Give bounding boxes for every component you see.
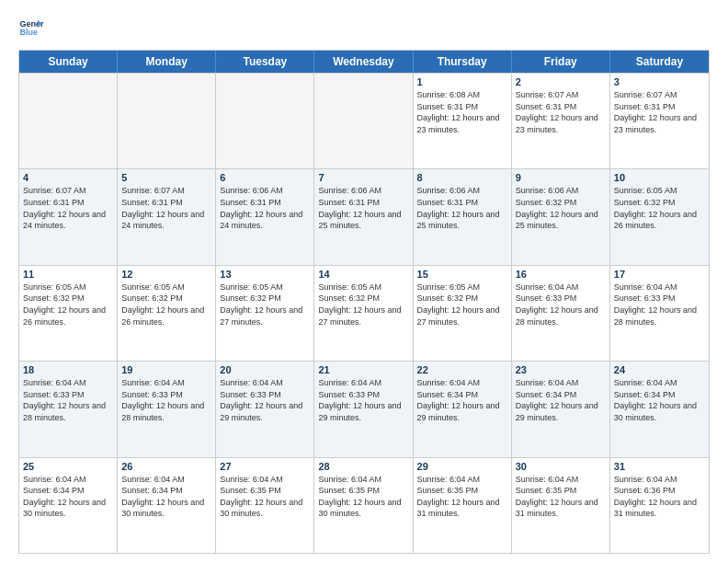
header-day-sunday: Sunday [19, 51, 118, 73]
calendar-week-4: 18Sunrise: 6:04 AMSunset: 6:33 PMDayligh… [19, 361, 709, 456]
day-info: Sunrise: 6:05 AMSunset: 6:32 PMDaylight:… [614, 185, 705, 231]
day-info: Sunrise: 6:06 AMSunset: 6:31 PMDaylight:… [318, 185, 408, 231]
calendar-body: 1Sunrise: 6:08 AMSunset: 6:31 PMDaylight… [19, 73, 709, 553]
day-info: Sunrise: 6:08 AMSunset: 6:31 PMDaylight:… [417, 89, 507, 135]
day-info: Sunrise: 6:04 AMSunset: 6:34 PMDaylight:… [121, 474, 211, 520]
day-info: Sunrise: 6:05 AMSunset: 6:32 PMDaylight:… [121, 282, 211, 327]
day-number: 13 [220, 269, 310, 280]
calendar-cell: 6Sunrise: 6:06 AMSunset: 6:31 PMDaylight… [216, 169, 314, 264]
calendar-cell: 9Sunrise: 6:06 AMSunset: 6:32 PMDaylight… [512, 169, 610, 264]
calendar-cell: 24Sunrise: 6:04 AMSunset: 6:34 PMDayligh… [610, 362, 709, 456]
calendar-cell: 14Sunrise: 6:05 AMSunset: 6:32 PMDayligh… [314, 266, 413, 361]
calendar-cell: 10Sunrise: 6:05 AMSunset: 6:32 PMDayligh… [610, 169, 709, 264]
calendar-cell: 18Sunrise: 6:04 AMSunset: 6:33 PMDayligh… [19, 362, 118, 456]
calendar-header: SundayMondayTuesdayWednesdayThursdayFrid… [19, 51, 709, 73]
calendar-cell: 1Sunrise: 6:08 AMSunset: 6:31 PMDaylight… [414, 74, 512, 168]
calendar-cell: 16Sunrise: 6:04 AMSunset: 6:33 PMDayligh… [512, 266, 610, 361]
day-number: 7 [318, 172, 408, 183]
calendar-cell [314, 74, 413, 168]
day-info: Sunrise: 6:05 AMSunset: 6:32 PMDaylight:… [417, 282, 507, 327]
svg-text:Blue: Blue [19, 28, 38, 37]
day-number: 6 [220, 172, 310, 183]
calendar-cell: 30Sunrise: 6:04 AMSunset: 6:35 PMDayligh… [512, 458, 610, 553]
day-info: Sunrise: 6:07 AMSunset: 6:31 PMDaylight:… [121, 185, 211, 231]
day-info: Sunrise: 6:07 AMSunset: 6:31 PMDaylight:… [614, 89, 705, 135]
calendar-week-2: 4Sunrise: 6:07 AMSunset: 6:31 PMDaylight… [19, 168, 709, 264]
day-number: 10 [614, 172, 705, 183]
calendar-cell: 31Sunrise: 6:04 AMSunset: 6:36 PMDayligh… [610, 458, 709, 553]
day-info: Sunrise: 6:05 AMSunset: 6:32 PMDaylight:… [318, 282, 408, 327]
day-number: 30 [516, 461, 606, 472]
header-day-friday: Friday [512, 51, 610, 73]
calendar-cell: 15Sunrise: 6:05 AMSunset: 6:32 PMDayligh… [414, 266, 512, 361]
calendar-cell: 22Sunrise: 6:04 AMSunset: 6:34 PMDayligh… [414, 362, 512, 456]
day-number: 28 [318, 461, 408, 472]
calendar-cell: 23Sunrise: 6:04 AMSunset: 6:34 PMDayligh… [512, 362, 610, 456]
calendar-cell: 11Sunrise: 6:05 AMSunset: 6:32 PMDayligh… [19, 266, 118, 361]
calendar-week-3: 11Sunrise: 6:05 AMSunset: 6:32 PMDayligh… [19, 265, 709, 361]
day-info: Sunrise: 6:06 AMSunset: 6:31 PMDaylight:… [220, 185, 310, 231]
calendar-cell: 7Sunrise: 6:06 AMSunset: 6:31 PMDaylight… [314, 169, 413, 264]
day-number: 15 [417, 269, 507, 280]
day-number: 12 [121, 269, 211, 280]
day-number: 2 [516, 76, 606, 87]
day-number: 16 [516, 269, 606, 280]
header-day-wednesday: Wednesday [314, 51, 413, 73]
day-number: 8 [417, 172, 507, 183]
day-number: 1 [417, 76, 507, 87]
calendar-week-1: 1Sunrise: 6:08 AMSunset: 6:31 PMDaylight… [19, 73, 709, 168]
calendar-cell: 4Sunrise: 6:07 AMSunset: 6:31 PMDaylight… [19, 169, 118, 264]
day-info: Sunrise: 6:04 AMSunset: 6:35 PMDaylight:… [318, 474, 408, 520]
day-info: Sunrise: 6:04 AMSunset: 6:34 PMDaylight:… [23, 474, 113, 520]
day-info: Sunrise: 6:04 AMSunset: 6:35 PMDaylight:… [220, 474, 310, 520]
day-info: Sunrise: 6:04 AMSunset: 6:33 PMDaylight:… [516, 282, 606, 327]
calendar-cell: 5Sunrise: 6:07 AMSunset: 6:31 PMDaylight… [118, 169, 216, 264]
calendar-cell [19, 74, 118, 168]
calendar-cell [118, 74, 216, 168]
day-info: Sunrise: 6:06 AMSunset: 6:32 PMDaylight:… [516, 185, 606, 231]
calendar-cell: 25Sunrise: 6:04 AMSunset: 6:34 PMDayligh… [19, 458, 118, 553]
day-number: 23 [516, 364, 606, 375]
calendar-cell: 8Sunrise: 6:06 AMSunset: 6:31 PMDaylight… [414, 169, 512, 264]
day-number: 18 [23, 364, 113, 375]
day-info: Sunrise: 6:04 AMSunset: 6:33 PMDaylight:… [318, 377, 408, 423]
day-info: Sunrise: 6:04 AMSunset: 6:33 PMDaylight:… [220, 377, 310, 423]
header-day-saturday: Saturday [610, 51, 709, 73]
day-number: 20 [220, 364, 310, 375]
header-day-thursday: Thursday [414, 51, 512, 73]
day-number: 14 [318, 269, 408, 280]
day-info: Sunrise: 6:04 AMSunset: 6:33 PMDaylight:… [23, 377, 113, 423]
day-number: 22 [417, 364, 507, 375]
day-number: 9 [516, 172, 606, 183]
calendar-week-5: 25Sunrise: 6:04 AMSunset: 6:34 PMDayligh… [19, 457, 709, 553]
calendar-cell: 28Sunrise: 6:04 AMSunset: 6:35 PMDayligh… [314, 458, 413, 553]
day-number: 19 [121, 364, 211, 375]
day-info: Sunrise: 6:04 AMSunset: 6:34 PMDaylight:… [417, 377, 507, 423]
calendar-cell: 2Sunrise: 6:07 AMSunset: 6:31 PMDaylight… [512, 74, 610, 168]
day-number: 29 [417, 461, 507, 472]
calendar-cell: 12Sunrise: 6:05 AMSunset: 6:32 PMDayligh… [118, 266, 216, 361]
day-number: 21 [318, 364, 408, 375]
calendar-cell: 21Sunrise: 6:04 AMSunset: 6:33 PMDayligh… [314, 362, 413, 456]
calendar: SundayMondayTuesdayWednesdayThursdayFrid… [18, 50, 710, 554]
page-header: General Blue [18, 15, 710, 40]
day-number: 17 [614, 269, 705, 280]
day-number: 24 [614, 364, 705, 375]
day-info: Sunrise: 6:05 AMSunset: 6:32 PMDaylight:… [23, 282, 113, 327]
day-info: Sunrise: 6:07 AMSunset: 6:31 PMDaylight:… [516, 89, 606, 135]
calendar-cell: 27Sunrise: 6:04 AMSunset: 6:35 PMDayligh… [216, 458, 314, 553]
day-info: Sunrise: 6:04 AMSunset: 6:34 PMDaylight:… [516, 377, 606, 423]
day-info: Sunrise: 6:04 AMSunset: 6:35 PMDaylight:… [516, 474, 606, 520]
day-number: 27 [220, 461, 310, 472]
day-info: Sunrise: 6:04 AMSunset: 6:33 PMDaylight:… [121, 377, 211, 423]
day-info: Sunrise: 6:06 AMSunset: 6:31 PMDaylight:… [417, 185, 507, 231]
day-number: 5 [121, 172, 211, 183]
day-info: Sunrise: 6:05 AMSunset: 6:32 PMDaylight:… [220, 282, 310, 327]
calendar-cell: 20Sunrise: 6:04 AMSunset: 6:33 PMDayligh… [216, 362, 314, 456]
calendar-cell: 17Sunrise: 6:04 AMSunset: 6:33 PMDayligh… [610, 266, 709, 361]
calendar-cell: 19Sunrise: 6:04 AMSunset: 6:33 PMDayligh… [118, 362, 216, 456]
calendar-cell [216, 74, 314, 168]
day-number: 25 [23, 461, 113, 472]
header-day-monday: Monday [118, 51, 216, 73]
day-info: Sunrise: 6:04 AMSunset: 6:33 PMDaylight:… [614, 282, 705, 327]
